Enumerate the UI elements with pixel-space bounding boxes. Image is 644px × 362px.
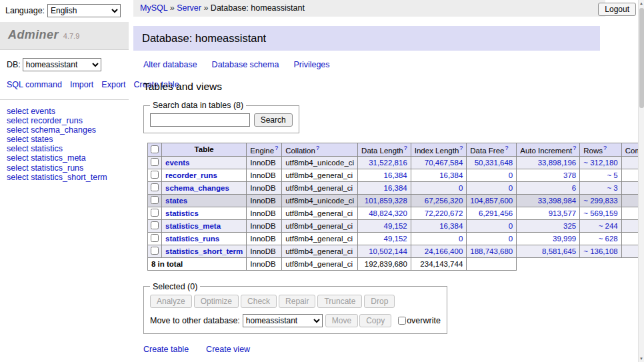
data-length-cell-link[interactable]: 101,859,328 [365, 197, 407, 205]
search-input[interactable] [150, 113, 250, 127]
sidebar-select-states[interactable]: select states [7, 135, 122, 144]
scrollbar[interactable]: ▲ ▼ [638, 0, 644, 362]
nav-alter-database[interactable]: Alter database [143, 60, 197, 69]
move-db-select[interactable]: homeassistant [243, 314, 323, 327]
auto-increment-cell-link[interactable]: 33,398,984 [538, 197, 577, 205]
index-length-cell-link[interactable]: 72,220,672 [425, 209, 463, 217]
rows-cell-link[interactable]: ~ 3 [607, 184, 617, 192]
create-view-link[interactable]: Create view [206, 345, 250, 354]
auto-increment-cell-link[interactable]: 8,581,645 [542, 247, 576, 255]
data-free-cell-link[interactable]: 188,743,680 [470, 247, 513, 255]
rows-cell-link[interactable]: ~ 569,159 [583, 209, 617, 217]
sidebar-select-events[interactable]: select events [7, 107, 122, 116]
copy-button[interactable]: Copy [359, 314, 391, 327]
language-select[interactable]: English [47, 4, 121, 17]
table-link-statistics-meta[interactable]: statistics_meta [165, 222, 221, 230]
auto-increment-cell-link[interactable]: 39,999 [553, 235, 576, 243]
data-free-cell-link[interactable]: 104,857,600 [470, 197, 513, 205]
auto-increment-cell-link[interactable]: 33,898,196 [538, 159, 577, 167]
bulk-analyze-button[interactable]: Analyze [150, 295, 192, 308]
table-link-events[interactable]: events [165, 159, 189, 167]
data-length-cell-link[interactable]: 49,152 [384, 222, 407, 230]
hint-icon[interactable]: ? [316, 145, 319, 151]
sidebar-action-export[interactable]: Export [101, 80, 125, 89]
data-free-cell-link[interactable]: 0 [509, 171, 513, 179]
index-length-cell-link[interactable]: 67,256,320 [425, 197, 463, 205]
data-free-cell-link[interactable]: 0 [509, 184, 513, 192]
table-link-schema-changes[interactable]: schema_changes [165, 184, 229, 192]
adminer-logo[interactable]: Adminer [8, 28, 59, 41]
data-length-cell-link[interactable]: 16,384 [384, 184, 407, 192]
sidebar-select-statistics-meta[interactable]: select statistics_meta [7, 154, 122, 163]
rows-cell-link[interactable]: ~ 628 [599, 235, 618, 243]
breadcrumb-server[interactable]: Server [177, 3, 201, 13]
scroll-up-icon[interactable]: ▲ [639, 0, 644, 7]
index-length-cell-link[interactable]: 16,384 [439, 222, 463, 230]
row-checkbox[interactable] [151, 221, 159, 229]
db-select[interactable]: homeassistant [23, 58, 101, 71]
index-length-cell-link[interactable]: 24,166,400 [425, 247, 463, 255]
bulk-drop-button[interactable]: Drop [364, 295, 395, 308]
scroll-down-icon[interactable]: ▼ [639, 355, 644, 362]
hint-icon[interactable]: ? [573, 145, 576, 151]
sidebar-select-recorder-runs[interactable]: select recorder_runs [7, 117, 122, 125]
table-link-states[interactable]: states [165, 197, 187, 205]
data-free-cell-link[interactable]: 50,331,648 [475, 159, 513, 167]
index-length-cell-link[interactable]: 70,467,584 [425, 159, 463, 167]
table-link-statistics-runs[interactable]: statistics_runs [165, 235, 219, 243]
sidebar-select-statistics-runs[interactable]: select statistics_runs [7, 164, 122, 173]
row-checkbox[interactable] [151, 234, 159, 242]
hint-icon[interactable]: ? [603, 145, 607, 151]
auto-increment-cell-link[interactable]: 378 [563, 171, 576, 179]
index-length-cell-link[interactable]: 0 [459, 235, 463, 243]
overwrite-checkbox[interactable] [398, 317, 406, 325]
data-length-cell-link[interactable]: 10,502,144 [369, 247, 407, 255]
table-link-statistics[interactable]: statistics [165, 209, 199, 217]
logout-button[interactable]: Logout [598, 3, 636, 16]
hint-icon[interactable]: ? [404, 145, 407, 151]
sidebar-select-statistics[interactable]: select statistics [7, 145, 122, 153]
nav-privileges[interactable]: Privileges [293, 60, 329, 69]
bulk-truncate-button[interactable]: Truncate [317, 295, 362, 308]
bulk-check-button[interactable]: Check [241, 295, 277, 308]
table-link-statistics-short-term[interactable]: statistics_short_term [165, 247, 243, 255]
sidebar-select-schema-changes[interactable]: select schema_changes [7, 126, 122, 135]
hint-icon[interactable]: ? [505, 145, 508, 151]
nav-database-schema[interactable]: Database schema [212, 60, 279, 69]
row-checkbox[interactable] [151, 196, 159, 204]
row-checkbox[interactable] [151, 158, 159, 166]
auto-increment-cell-link[interactable]: 913,577 [549, 209, 577, 217]
data-length-cell-link[interactable]: 49,152 [384, 235, 407, 243]
bulk-repair-button[interactable]: Repair [279, 295, 315, 308]
auto-increment-cell-link[interactable]: 6 [572, 184, 576, 192]
data-free-cell-link[interactable]: 0 [509, 235, 513, 243]
data-length-cell-link[interactable]: 16,384 [384, 171, 407, 179]
rows-cell-link[interactable]: ~ 244 [599, 222, 618, 230]
row-checkbox[interactable] [151, 183, 159, 191]
bulk-optimize-button[interactable]: Optimize [194, 295, 239, 308]
sidebar-select-statistics-short-term[interactable]: select statistics_short_term [7, 173, 122, 182]
breadcrumb-mysql[interactable]: MySQL [140, 3, 167, 13]
index-length-cell-link[interactable]: 16,384 [439, 171, 463, 179]
move-button[interactable]: Move [325, 314, 358, 327]
sidebar-action-sql-command[interactable]: SQL command [7, 80, 62, 89]
rows-cell-link[interactable]: ~ 136,108 [583, 247, 617, 255]
table-link-recorder-runs[interactable]: recorder_runs [165, 171, 217, 179]
data-free-cell-link[interactable]: 0 [509, 222, 513, 230]
row-checkbox[interactable] [151, 247, 159, 255]
rows-cell-link[interactable]: ~ 312,180 [583, 159, 617, 167]
rows-cell-link[interactable]: ~ 5 [607, 171, 617, 179]
index-length-cell-link[interactable]: 0 [459, 184, 463, 192]
sidebar-action-import[interactable]: Import [70, 80, 93, 89]
scrollbar-thumb[interactable] [639, 8, 644, 108]
search-button[interactable]: Search [254, 113, 293, 127]
create-table-link[interactable]: Create table [143, 345, 189, 354]
select-all-checkbox[interactable] [151, 145, 159, 153]
auto-increment-cell-link[interactable]: 325 [563, 222, 576, 230]
overwrite-label[interactable]: overwrite [407, 316, 441, 325]
hint-icon[interactable]: ? [275, 145, 278, 151]
row-checkbox[interactable] [151, 209, 159, 217]
data-length-cell-link[interactable]: 48,824,320 [369, 209, 407, 217]
data-length-cell-link[interactable]: 31,522,816 [369, 159, 407, 167]
hint-icon[interactable]: ? [459, 145, 463, 151]
